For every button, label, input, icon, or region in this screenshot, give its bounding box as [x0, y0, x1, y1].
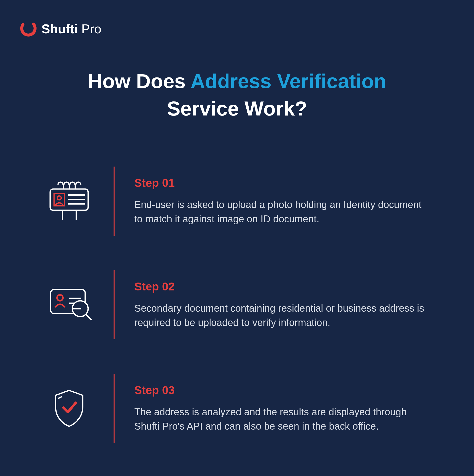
step-item: Step 02 Secondary document containing re… — [44, 270, 430, 339]
title-line-1: How Does Address Verification — [20, 68, 454, 95]
step-label: Step 01 — [134, 176, 430, 190]
page-title: How Does Address Verification Service Wo… — [20, 68, 454, 122]
brand-suffix: Pro — [81, 22, 101, 36]
step-content: Step 03 The address is analyzed and the … — [134, 383, 430, 433]
steps-list: Step 01 End-user is asked to upload a ph… — [20, 167, 454, 443]
step-item: Step 01 End-user is asked to upload a ph… — [44, 167, 430, 236]
svg-line-18 — [86, 314, 91, 320]
step-description: End-user is asked to upload a photo hold… — [134, 197, 430, 226]
step-content: Step 02 Secondary document containing re… — [134, 280, 430, 330]
step-description: Secondary document containing residentia… — [134, 301, 430, 330]
title-prefix: How Does — [88, 70, 190, 92]
step-content: Step 01 End-user is asked to upload a ph… — [134, 176, 430, 226]
brand-text: Shufti Pro — [41, 21, 101, 36]
step-divider — [114, 167, 115, 236]
step-divider — [114, 374, 115, 443]
shield-check-icon — [44, 387, 94, 429]
step-label: Step 02 — [134, 280, 430, 293]
brand-name: Shufti — [41, 22, 78, 36]
step-item: Step 03 The address is analyzed and the … — [44, 374, 430, 443]
svg-point-6 — [57, 196, 61, 200]
step-description: The address is analyzed and the results … — [134, 405, 430, 433]
svg-point-0 — [20, 20, 37, 37]
logo-ring-icon — [20, 20, 37, 38]
document-magnifier-icon — [44, 285, 94, 324]
svg-point-13 — [57, 295, 63, 301]
title-line-2: Service Work? — [20, 95, 454, 122]
title-highlight: Address Verification — [191, 70, 386, 92]
step-divider — [114, 270, 115, 339]
step-label: Step 03 — [134, 383, 430, 397]
brand-logo: Shufti Pro — [20, 20, 454, 38]
hand-holding-id-icon — [44, 180, 94, 222]
